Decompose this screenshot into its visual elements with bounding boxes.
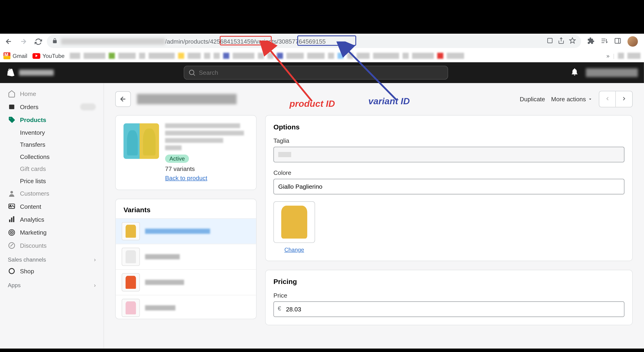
nav-products[interactable]: Products bbox=[4, 114, 100, 126]
browser-reload-button[interactable] bbox=[32, 36, 44, 48]
change-image-link[interactable]: Change bbox=[274, 246, 315, 253]
lock-icon bbox=[52, 38, 58, 46]
variants-heading: Variants bbox=[116, 199, 256, 218]
url-product-id: 4256841531459 bbox=[210, 38, 254, 45]
nav-marketing[interactable]: Marketing bbox=[4, 226, 100, 239]
profile-avatar[interactable] bbox=[628, 36, 638, 46]
browser-chrome: /admin/products/ 4256841531459 /variants… bbox=[0, 34, 644, 62]
nav-shop[interactable]: Shop bbox=[4, 264, 100, 278]
variant-image bbox=[274, 201, 315, 243]
sales-channels-header[interactable]: Sales channels › bbox=[0, 252, 104, 264]
shopify-header bbox=[0, 62, 644, 83]
pricing-card: Pricing Price € bbox=[265, 270, 633, 325]
status-badge: Active bbox=[165, 154, 189, 163]
nav-transfers[interactable]: Transfers bbox=[4, 138, 100, 151]
pricing-heading: Pricing bbox=[274, 278, 624, 286]
gmail-icon bbox=[4, 52, 10, 59]
duplicate-button[interactable]: Duplicate bbox=[520, 96, 545, 103]
variant-item[interactable] bbox=[116, 270, 256, 295]
sidepanel-icon[interactable] bbox=[614, 37, 622, 46]
store-switcher[interactable] bbox=[586, 68, 638, 77]
nav-collections[interactable]: Collections bbox=[4, 151, 100, 163]
youtube-icon bbox=[32, 53, 40, 58]
svg-rect-0 bbox=[548, 38, 552, 43]
extensions-icon[interactable] bbox=[587, 37, 594, 46]
search-container bbox=[184, 66, 448, 80]
svg-point-14 bbox=[11, 232, 12, 233]
prev-button[interactable] bbox=[599, 91, 616, 107]
caret-down-icon bbox=[588, 96, 593, 102]
color-label: Colore bbox=[274, 169, 624, 176]
home-icon bbox=[8, 90, 16, 98]
options-heading: Options bbox=[274, 124, 624, 131]
back-button[interactable] bbox=[115, 91, 131, 107]
sidebar: Home Orders Products Inventory Transfers… bbox=[0, 83, 104, 348]
price-input[interactable] bbox=[274, 302, 624, 317]
marketing-icon bbox=[8, 228, 16, 236]
chevron-right-icon: › bbox=[94, 256, 96, 263]
svg-point-6 bbox=[10, 191, 13, 194]
nav-home[interactable]: Home bbox=[4, 88, 100, 100]
address-bar[interactable]: /admin/products/ 4256841531459 /variants… bbox=[47, 35, 581, 48]
size-label: Taglia bbox=[274, 137, 624, 144]
size-input[interactable] bbox=[274, 147, 624, 162]
nav-analytics[interactable]: Analytics bbox=[4, 213, 100, 226]
svg-rect-5 bbox=[9, 105, 14, 109]
search-icon bbox=[188, 69, 196, 78]
discounts-icon bbox=[8, 242, 16, 249]
bookmarks-bar: Gmail YouTube » | bbox=[0, 49, 644, 62]
bookmark-youtube[interactable]: YouTube bbox=[32, 52, 64, 59]
bookmarks-overflow[interactable]: » bbox=[606, 52, 610, 59]
url-text: /admin/products/ 4256841531459 /variants… bbox=[61, 38, 326, 45]
more-actions-button[interactable]: More actions bbox=[551, 96, 593, 103]
nav-gift-cards[interactable]: Gift cards bbox=[4, 163, 100, 175]
variant-item[interactable] bbox=[116, 218, 256, 244]
share-icon[interactable] bbox=[558, 37, 564, 46]
shopify-logo[interactable] bbox=[6, 68, 54, 77]
star-icon[interactable] bbox=[569, 37, 576, 46]
products-icon bbox=[8, 116, 16, 124]
next-button[interactable] bbox=[616, 91, 632, 107]
svg-point-3 bbox=[190, 70, 194, 75]
chevron-right-icon: › bbox=[94, 282, 96, 288]
install-icon[interactable] bbox=[546, 37, 553, 46]
browser-forward-button[interactable] bbox=[17, 36, 30, 48]
pagination bbox=[599, 91, 632, 107]
back-to-product-link[interactable]: Back to product bbox=[165, 174, 208, 181]
svg-rect-1 bbox=[615, 38, 620, 43]
nav-orders[interactable]: Orders bbox=[4, 100, 100, 113]
variants-list[interactable] bbox=[116, 218, 256, 319]
analytics-icon bbox=[8, 216, 16, 224]
shop-icon bbox=[8, 267, 16, 275]
variant-item[interactable] bbox=[116, 295, 256, 318]
nav-discounts[interactable]: Discounts bbox=[4, 239, 100, 252]
page-content: Duplicate More actions bbox=[104, 83, 644, 348]
apps-header[interactable]: Apps › bbox=[0, 278, 104, 290]
variants-count: 77 variants bbox=[165, 166, 248, 172]
product-summary-card: Active 77 variants Back to product bbox=[115, 115, 256, 190]
nav-customers[interactable]: Customers bbox=[4, 187, 100, 200]
search-input[interactable] bbox=[184, 66, 448, 80]
orders-icon bbox=[8, 103, 16, 111]
svg-line-4 bbox=[194, 74, 195, 76]
nav-content[interactable]: Content bbox=[4, 200, 100, 213]
orders-badge bbox=[80, 103, 96, 110]
content-icon bbox=[8, 202, 16, 210]
price-label: Price bbox=[274, 292, 624, 299]
nav-inventory[interactable]: Inventory bbox=[4, 126, 100, 139]
svg-rect-11 bbox=[13, 216, 14, 222]
browser-back-button[interactable] bbox=[2, 36, 15, 48]
nav-price-lists[interactable]: Price lists bbox=[4, 175, 100, 187]
color-input[interactable] bbox=[274, 179, 624, 194]
variants-card: Variants bbox=[115, 199, 256, 319]
reading-list-icon[interactable] bbox=[600, 37, 608, 46]
svg-rect-9 bbox=[9, 220, 10, 222]
variant-item[interactable] bbox=[116, 244, 256, 270]
product-image bbox=[124, 124, 159, 159]
page-title bbox=[137, 94, 236, 104]
options-card: Options Taglia Colore Change bbox=[265, 115, 633, 261]
bookmark-gmail[interactable]: Gmail bbox=[4, 52, 27, 59]
svg-point-16 bbox=[9, 268, 14, 274]
notifications-icon[interactable] bbox=[570, 67, 579, 78]
customers-icon bbox=[8, 190, 16, 198]
